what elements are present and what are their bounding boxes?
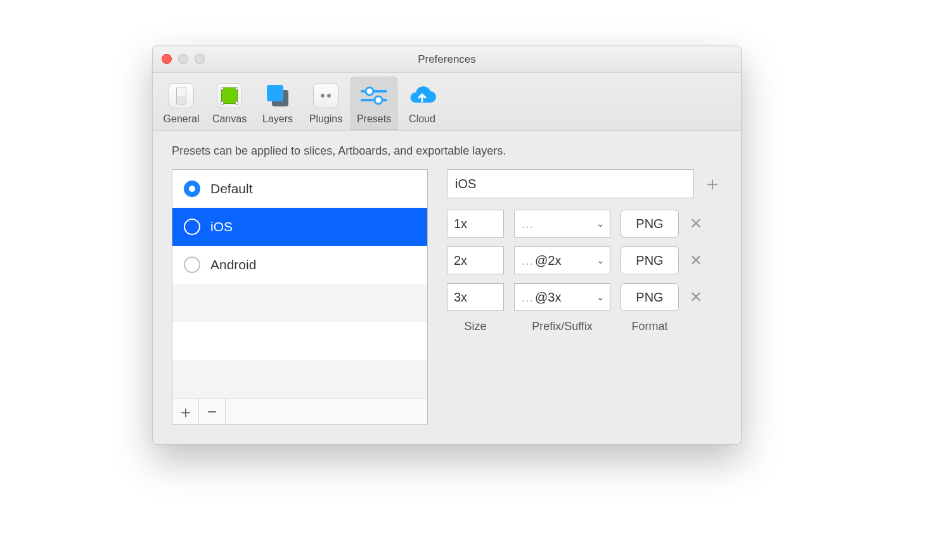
export-row: … ⌄ PNG ✕ (447, 210, 722, 238)
titlebar: Preferences (153, 46, 741, 73)
minimize-window-button[interactable] (178, 54, 188, 64)
default-preset-radio[interactable] (184, 257, 200, 273)
remove-export-row-button[interactable]: ✕ (689, 251, 703, 269)
presets-list: Default iOS Android ＋ − (172, 169, 428, 425)
tab-label: Layers (262, 113, 293, 125)
format-select[interactable]: PNG (621, 246, 679, 274)
tab-label: Canvas (212, 113, 247, 125)
close-window-button[interactable] (162, 54, 172, 64)
suffix-select[interactable]: … @2x ⌄ (514, 246, 610, 274)
preset-detail: ＋ … ⌄ PNG ✕ … (447, 169, 722, 425)
tab-label: Cloud (409, 113, 435, 125)
tab-cloud[interactable]: Cloud (399, 77, 446, 130)
size-column-label: Size (447, 320, 504, 333)
format-select[interactable]: PNG (621, 210, 679, 238)
tab-label: Plugins (309, 113, 342, 125)
tab-label: General (164, 113, 200, 125)
window-title: Preferences (153, 53, 741, 66)
preset-row-default[interactable]: Default (172, 170, 427, 208)
suffix-value: @2x (535, 253, 561, 268)
preset-row-empty (172, 322, 427, 360)
preset-row-ios[interactable]: iOS (172, 208, 427, 246)
preset-name: Android (210, 257, 256, 272)
tab-canvas[interactable]: Canvas (206, 77, 253, 130)
suffix-select[interactable]: … ⌄ (514, 210, 610, 238)
ellipsis-icon: … (521, 253, 534, 268)
preset-name-input[interactable] (447, 169, 694, 198)
size-input[interactable] (447, 210, 504, 238)
suffix-column-label: Prefix/Suffix (514, 320, 610, 333)
format-value: PNG (636, 253, 663, 268)
remove-preset-button[interactable]: − (199, 398, 226, 425)
presets-description: Presets can be applied to slices, Artboa… (172, 144, 722, 158)
preset-name: Default (210, 181, 253, 196)
preset-row-empty (172, 284, 427, 322)
format-select[interactable]: PNG (621, 283, 679, 311)
sliders-icon (361, 86, 387, 106)
canvas-icon (217, 83, 242, 108)
default-preset-radio[interactable] (184, 181, 200, 197)
svg-point-3 (375, 96, 382, 104)
size-input[interactable] (447, 283, 504, 311)
suffix-value: @3x (535, 290, 561, 305)
tab-plugins[interactable]: Plugins (302, 77, 349, 130)
format-value: PNG (636, 290, 663, 305)
export-row: … @2x ⌄ PNG ✕ (447, 246, 722, 274)
export-row: … @3x ⌄ PNG ✕ (447, 283, 722, 311)
chevron-down-icon: ⌄ (596, 255, 605, 266)
remove-export-row-button[interactable]: ✕ (689, 288, 703, 306)
cloud-upload-icon (408, 85, 437, 106)
preset-row-empty (172, 360, 427, 398)
presets-pane: Presets can be applied to slices, Artboa… (153, 130, 741, 444)
tab-label: Presets (357, 113, 391, 125)
add-preset-button[interactable]: ＋ (172, 398, 199, 425)
presets-list-footer: ＋ − (172, 398, 427, 424)
add-export-size-button[interactable]: ＋ (703, 171, 722, 197)
format-value: PNG (636, 217, 663, 231)
ellipsis-icon: … (521, 217, 534, 231)
layers-icon (266, 84, 290, 108)
format-column-label: Format (621, 320, 679, 333)
tab-general[interactable]: General (158, 77, 205, 130)
chevron-down-icon: ⌄ (596, 291, 605, 303)
ellipsis-icon: … (521, 290, 534, 305)
chevron-down-icon: ⌄ (596, 218, 605, 229)
preferences-toolbar: General Canvas Layers Plugins (153, 73, 741, 130)
switch-icon (169, 83, 194, 108)
outlet-icon (313, 83, 338, 108)
column-labels: Size Prefix/Suffix Format (447, 320, 722, 333)
preset-name: iOS (210, 219, 233, 234)
tab-layers[interactable]: Layers (254, 77, 301, 130)
tab-presets[interactable]: Presets (351, 77, 397, 130)
preset-row-android[interactable]: Android (172, 246, 427, 284)
svg-point-2 (366, 87, 373, 95)
preferences-window: Preferences General Canvas Layers Plugin… (152, 46, 742, 445)
zoom-window-button[interactable] (195, 54, 205, 64)
traffic-lights (162, 54, 205, 64)
default-preset-radio[interactable] (184, 219, 200, 235)
remove-export-row-button[interactable]: ✕ (689, 215, 703, 232)
suffix-select[interactable]: … @3x ⌄ (514, 283, 610, 311)
size-input[interactable] (447, 246, 504, 274)
